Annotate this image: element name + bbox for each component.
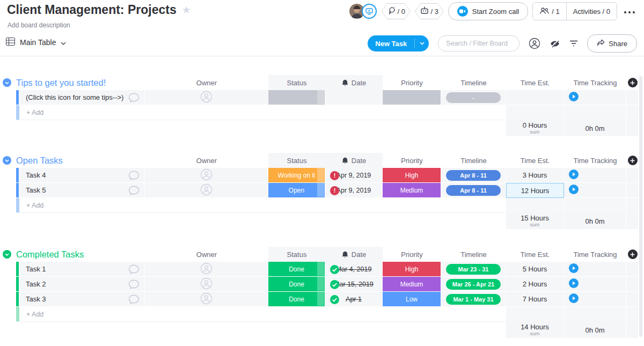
status-cell[interactable]: Done [268,262,325,277]
favorite-star-icon[interactable]: ★ [182,5,191,15]
status-cell[interactable]: Open [268,183,325,198]
search-input[interactable] [445,39,513,48]
column-time-tracking[interactable]: Time Tracking [564,75,626,90]
integrations-badge[interactable]: / 0 [382,3,411,19]
hidden-columns-eye-off-icon[interactable] [550,40,560,48]
add-column-button[interactable] [626,247,639,262]
column-status[interactable]: Status [268,153,325,168]
date-cell[interactable]: Apr 9, 2019 [325,168,383,183]
activities-button[interactable]: Activities / 0 [567,3,617,20]
chat-bubble-icon[interactable] [128,171,140,180]
collapse-group-icon[interactable] [3,78,11,87]
column-priority[interactable]: Priority [383,247,441,262]
person-filter-icon[interactable] [529,38,540,49]
priority-cell[interactable]: Low [383,292,441,307]
owner-cell[interactable] [145,277,268,292]
column-date[interactable]: Date [325,75,383,90]
new-task-button[interactable]: New Task [368,35,429,51]
status-cell[interactable]: Working on it [268,168,325,183]
priority-cell[interactable]: High [383,168,441,183]
play-icon[interactable] [569,92,579,103]
column-status[interactable]: Status [268,247,325,262]
group-title[interactable]: Tips to get you started! [16,78,106,88]
board-owner-avatars[interactable] [349,3,377,20]
new-task-dropdown-button[interactable] [415,35,429,51]
task-name-cell[interactable]: (Click this icon for some tips-->) [19,90,145,105]
column-owner[interactable]: Owner [145,247,268,262]
time-tracking-cell[interactable] [564,292,626,307]
column-owner[interactable]: Owner [145,153,268,168]
chat-bubble-icon[interactable] [128,186,140,195]
time-est-cell[interactable]: 7 Hours [506,292,564,307]
time-tracking-cell[interactable] [564,168,626,183]
chat-bubble-icon[interactable] [128,93,140,102]
seen-by-icon[interactable] [362,4,377,19]
status-cell[interactable] [268,90,325,105]
column-timeline[interactable]: Timeline [441,153,506,168]
add-task-row[interactable]: + Add [16,198,639,213]
timeline-cell[interactable]: Mar 1 - May 31 [441,292,506,307]
column-priority[interactable]: Priority [383,75,441,90]
column-date[interactable]: Date [325,153,383,168]
board-menu-button[interactable] [621,6,638,16]
owner-cell[interactable] [145,90,268,105]
column-status[interactable]: Status [268,75,325,90]
task-name-cell[interactable]: Task 4 [19,168,145,183]
task-name-cell[interactable]: Task 2 [19,277,145,292]
time-est-cell-selected[interactable]: 12 Hours [506,183,564,198]
search-box[interactable] [438,35,519,51]
date-cell[interactable]: Apr 9, 2019 [325,183,383,198]
group-title[interactable]: Open Tasks [16,156,63,166]
owner-cell[interactable] [145,183,268,198]
members-button[interactable]: / 1 [533,3,566,20]
status-cell[interactable]: Done [268,292,325,307]
add-task-row[interactable]: + Add [16,105,639,120]
task-name-cell[interactable]: Task 3 [19,292,145,307]
task-name-cell[interactable]: Task 5 [19,183,145,198]
column-timeline[interactable]: Timeline [441,247,506,262]
start-zoom-call-button[interactable]: Start Zoom call [448,2,528,20]
priority-cell[interactable]: Medium [383,277,441,292]
add-column-button[interactable] [626,153,639,168]
owner-cell[interactable] [145,292,268,307]
priority-cell[interactable]: High [383,262,441,277]
timeline-cell[interactable]: - [441,90,506,105]
play-icon[interactable] [569,170,579,181]
column-time-tracking[interactable]: Time Tracking [564,247,626,262]
timeline-cell[interactable]: Apr 8 - 11 [441,168,506,183]
vertical-scrollbar[interactable] [639,76,642,337]
timeline-cell[interactable]: Apr 8 - 11 [441,183,506,198]
owner-cell[interactable] [145,168,268,183]
priority-cell[interactable]: Medium [383,183,441,198]
column-time-est[interactable]: Time Est. [506,75,564,90]
collapse-group-icon[interactable] [3,156,11,165]
column-time-tracking[interactable]: Time Tracking [564,153,626,168]
time-est-cell[interactable]: 5 Hours [506,262,564,277]
filter-icon[interactable] [569,40,578,47]
column-time-est[interactable]: Time Est. [506,153,564,168]
column-priority[interactable]: Priority [383,153,441,168]
chat-bubble-icon[interactable] [128,279,140,289]
play-icon[interactable] [569,278,579,290]
column-date[interactable]: Date [325,247,383,262]
time-est-cell[interactable] [506,90,564,105]
time-est-cell[interactable]: 3 Hours [506,168,564,183]
board-title[interactable]: Client Management: Projects [7,3,177,17]
chat-bubble-icon[interactable] [128,295,140,304]
collapse-group-icon[interactable] [3,250,11,259]
column-owner[interactable]: Owner [145,75,268,90]
chevron-down-icon[interactable] [61,38,66,47]
add-column-button[interactable] [626,75,639,90]
play-icon[interactable] [569,263,579,275]
time-tracking-cell[interactable] [564,183,626,198]
column-timeline[interactable]: Timeline [441,75,506,90]
time-est-cell[interactable]: 2 Hours [506,277,564,292]
date-cell[interactable]: Apr 1 [325,292,383,307]
play-icon[interactable] [569,293,579,305]
automations-badge[interactable]: / 3 [415,3,444,19]
timeline-cell[interactable]: Mar 26 - Apr 21 [441,277,506,292]
time-tracking-cell[interactable] [564,277,626,292]
owner-cell[interactable] [145,262,268,277]
timeline-cell[interactable]: Mar 23 - 31 [441,262,506,277]
date-cell[interactable] [325,90,383,105]
